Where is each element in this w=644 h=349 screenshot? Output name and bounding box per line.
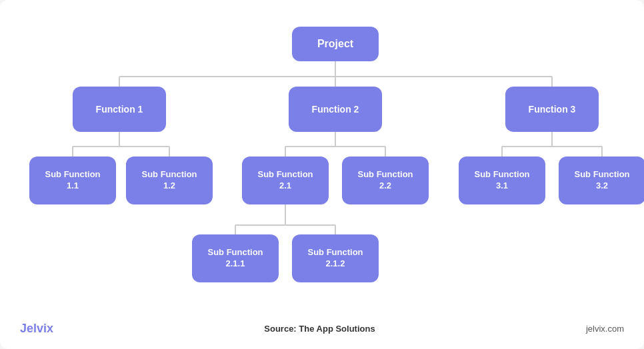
node-sf-1-2: Sub Function1.2 (126, 157, 213, 204)
footer: Jelvix Source: The App Solutions jelvix.… (13, 322, 631, 336)
brand-label: Jelvix (20, 322, 53, 336)
node-root: Project (292, 27, 379, 61)
node-function-3: Function 3 (505, 87, 599, 132)
node-sf-3-1: Sub Function3.1 (459, 157, 545, 204)
tree-container: Project Function 1 Function 2 Function 3… (13, 20, 631, 310)
node-function-1: Function 1 (73, 87, 166, 132)
node-sf-2-1: Sub Function2.1 (242, 157, 329, 204)
node-function-2: Function 2 (289, 87, 382, 132)
source-label: Source: (264, 324, 296, 334)
source-value: The App Solutions (297, 324, 375, 334)
source-text: Source: The App Solutions (264, 324, 375, 334)
node-sf-3-2: Sub Function3.2 (559, 157, 644, 204)
node-sf-2-1-1: Sub Function2.1.1 (192, 234, 279, 282)
node-sf-1-1: Sub Function1.1 (29, 157, 116, 204)
url-label: jelvix.com (586, 324, 624, 334)
main-card: Project Function 1 Function 2 Function 3… (0, 0, 644, 349)
node-sf-2-1-2: Sub Function2.1.2 (292, 234, 379, 282)
node-sf-2-2: Sub Function2.2 (342, 157, 429, 204)
